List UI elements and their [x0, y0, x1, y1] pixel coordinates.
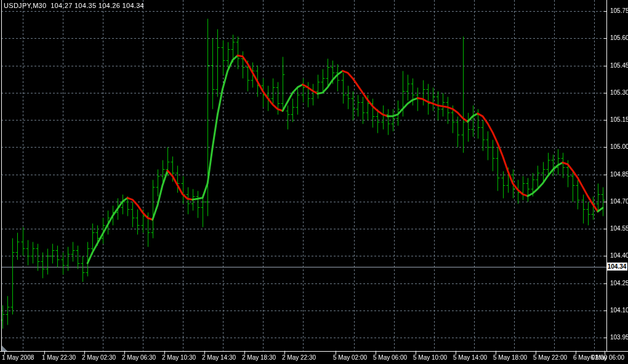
- time-axis-label: 2 May 18:30: [242, 354, 276, 361]
- price-axis-label: 105.75: [610, 7, 628, 15]
- price-axis-label: 105.30: [610, 89, 628, 97]
- time-axis-label: 2 May 22:30: [282, 354, 316, 361]
- time-axis-label: 5 May 02:00: [333, 354, 367, 361]
- price-axis-label: 104.40: [610, 252, 628, 259]
- time-axis-label: 5 May 06:00: [373, 354, 407, 361]
- price-axis-label: 104.10: [610, 307, 628, 314]
- price-axis-label: 104.85: [610, 171, 628, 178]
- price-chart-canvas[interactable]: [0, 0, 628, 364]
- time-axis-label: 1 May 2008: [2, 354, 34, 361]
- price-axis-label: 104.70: [610, 198, 628, 205]
- price-axis-label: 105.45: [610, 62, 628, 69]
- chart-quote-ohlc: USDJPY,M30 104.27 104.35 104.26 104.34: [4, 2, 144, 9]
- price-axis-label: 103.95: [610, 334, 628, 341]
- price-axis-label: 105.60: [610, 34, 628, 42]
- time-axis-label: 2 May 14:30: [202, 354, 236, 361]
- time-axis-label: 1 May 22:30: [42, 354, 76, 361]
- time-axis-label: 5 May 22:00: [533, 354, 567, 361]
- time-axis-label: 5 May 10:00: [413, 354, 447, 361]
- time-axis-label: 2 May 02:30: [82, 354, 116, 361]
- time-axis-label: 5 May 18:00: [493, 354, 527, 361]
- price-axis-label: 104.55: [610, 225, 628, 232]
- time-axis-label: 5 May 14:00: [453, 354, 487, 361]
- current-price-tag: 104.34: [606, 263, 627, 271]
- price-axis-label: 104.25: [610, 280, 628, 287]
- time-axis-label: 6 May 06:00: [590, 354, 624, 361]
- mt4-chart-window: USDJPY,M30 104.27 104.35 104.26 104.34 1…: [0, 0, 628, 364]
- price-axis-label: 105.15: [610, 116, 628, 124]
- price-axis-label: 105.00: [610, 143, 628, 151]
- time-axis-label: 2 May 06:30: [122, 354, 156, 361]
- time-axis-label: 2 May 10:30: [162, 354, 196, 361]
- chart-begin-marker-icon: [2, 346, 8, 352]
